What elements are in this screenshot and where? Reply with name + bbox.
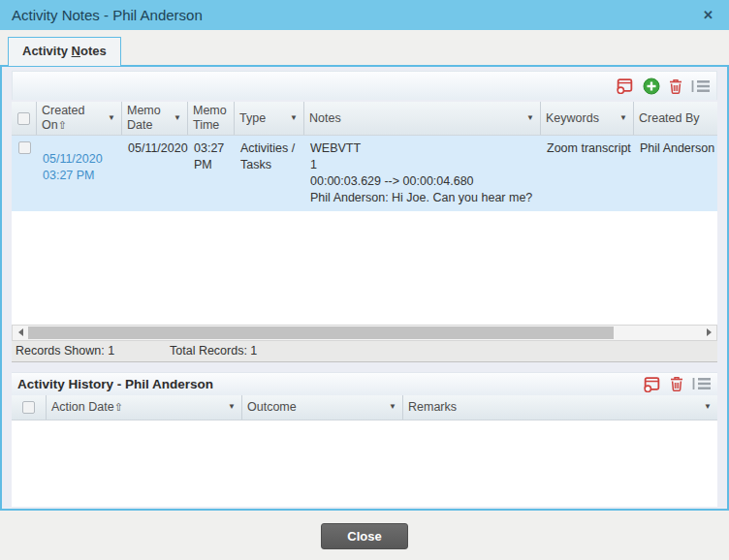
cell-notes: WEBVTT 1 00:00:03.629 --> 00:00:04.680 P… [304,136,541,211]
notes-line: Phil Anderson: Hi Joe. Can you hear me? [310,190,536,206]
column-label: Memo Date [127,104,171,133]
total-records-label: Total Records: 1 [170,344,257,358]
records-status-bar: Records Shown: 1 Total Records: 1 [12,341,717,362]
select-all-checkbox[interactable] [17,112,30,125]
records-shown-label: Records Shown: 1 [16,344,170,358]
dialog-title: Activity Notes - Phil Anderson [12,7,203,23]
dialog-titlebar: Activity Notes - Phil Anderson ✕ [0,0,729,30]
activity-history-section: Activity History - Phil Anderson [12,372,717,507]
filter-icon[interactable]: ▼ [703,401,713,413]
filter-icon[interactable]: ▼ [388,401,397,413]
cell-type: Activities / Tasks [235,136,304,211]
cell-created-on: 05/11/2020 03:27 PM [37,136,122,211]
column-header-created-by[interactable]: Created By [634,102,717,135]
horizontal-scrollbar[interactable] [12,325,717,341]
history-select-all-checkbox[interactable] [22,401,35,414]
tab-activity-notes[interactable]: Activity Notes [8,37,121,66]
filter-icon[interactable]: ▼ [289,112,299,124]
table-row[interactable]: 05/11/2020 03:27 PM 05/11/2020 03:27 PM … [12,136,717,211]
delete-history-icon[interactable] [670,376,683,391]
column-label: Outcome [247,400,386,415]
menu-icon[interactable] [691,79,711,93]
filter-icon[interactable]: ▼ [618,112,628,124]
column-label: Notes [309,111,523,126]
history-table-empty-area [12,420,717,507]
cell-memo-time: 03:27 PM [188,136,235,211]
cell-keywords: Zoom transcript [541,136,634,211]
tab-label-accel: N [72,44,80,58]
popout-window-icon[interactable] [643,376,661,392]
column-header-outcome[interactable]: Outcome ▼ [242,395,403,420]
column-header-notes[interactable]: Notes ▼ [304,102,541,135]
notes-table-header: Created On⇧ ▼ Memo Date ▼ Memo Time Type… [12,102,717,136]
filter-icon[interactable]: ▼ [173,112,182,124]
activity-notes-dialog: Activity Notes - Phil Anderson ✕ Activit… [0,0,729,560]
scrollbar-thumb[interactable] [28,327,614,339]
cell-created-by: Phil Anderson [634,136,717,211]
sort-asc-icon: ⇧ [58,119,67,131]
notes-line: WEBVTT [310,140,536,157]
activity-history-title: Activity History - Phil Anderson [17,377,634,391]
column-label: Memo Time [193,104,229,133]
row-select-cell [12,136,37,211]
tab-label-pre: Activity [22,44,72,58]
column-label: Remarks [408,400,701,415]
column-label: Keywords [546,111,617,126]
popout-window-icon[interactable] [616,78,634,94]
row-checkbox[interactable] [18,141,31,154]
history-select-all-cell [12,395,47,420]
tab-strip: Activity Notes [0,30,729,65]
column-header-memo-date[interactable]: Memo Date ▼ [122,102,188,135]
column-header-type[interactable]: Type ▼ [235,102,304,135]
filter-icon[interactable]: ▼ [525,112,535,124]
menu-icon[interactable] [692,377,712,390]
column-header-keywords[interactable]: Keywords ▼ [541,102,634,135]
add-note-icon[interactable] [643,78,660,95]
cell-memo-date: 05/11/2020 [122,136,188,211]
column-header-memo-time[interactable]: Memo Time [188,102,235,135]
select-all-cell [12,102,37,135]
history-table-header: Action Date⇧ ▼ Outcome ▼ Remarks ▼ [12,395,717,420]
close-icon[interactable]: ✕ [699,7,717,23]
sort-asc-icon: ⇧ [114,401,123,413]
column-header-remarks[interactable]: Remarks ▼ [403,395,717,420]
section-gap [12,362,717,372]
notes-table: Created On⇧ ▼ Memo Date ▼ Memo Time Type… [12,102,717,362]
activity-history-titlebar: Activity History - Phil Anderson [12,372,717,395]
scroll-left-icon[interactable] [13,326,28,340]
notes-toolbar [12,71,717,100]
delete-note-icon[interactable] [669,78,682,94]
dialog-body-panel: Created On⇧ ▼ Memo Date ▼ Memo Time Type… [0,65,729,511]
column-header-action-date[interactable]: Action Date⇧ ▼ [47,395,242,420]
column-label: Action Date [51,400,114,414]
scroll-right-icon[interactable] [701,326,716,340]
column-header-created-on[interactable]: Created On⇧ ▼ [37,102,122,135]
created-on-link[interactable]: 05/11/2020 03:27 PM [43,152,103,182]
filter-icon[interactable]: ▼ [227,401,237,413]
column-label: Created By [639,111,713,126]
notes-table-empty-area [12,211,717,325]
notes-line: 00:00:03.629 --> 00:00:04.680 [310,173,536,190]
tab-label-post: otes [80,44,107,58]
filter-icon[interactable]: ▼ [107,112,116,124]
scrollbar-track[interactable] [28,326,701,340]
close-button[interactable]: Close [321,523,407,549]
notes-line: 1 [310,157,536,173]
column-label: Type [239,111,287,126]
dialog-footer: Close [0,511,729,560]
